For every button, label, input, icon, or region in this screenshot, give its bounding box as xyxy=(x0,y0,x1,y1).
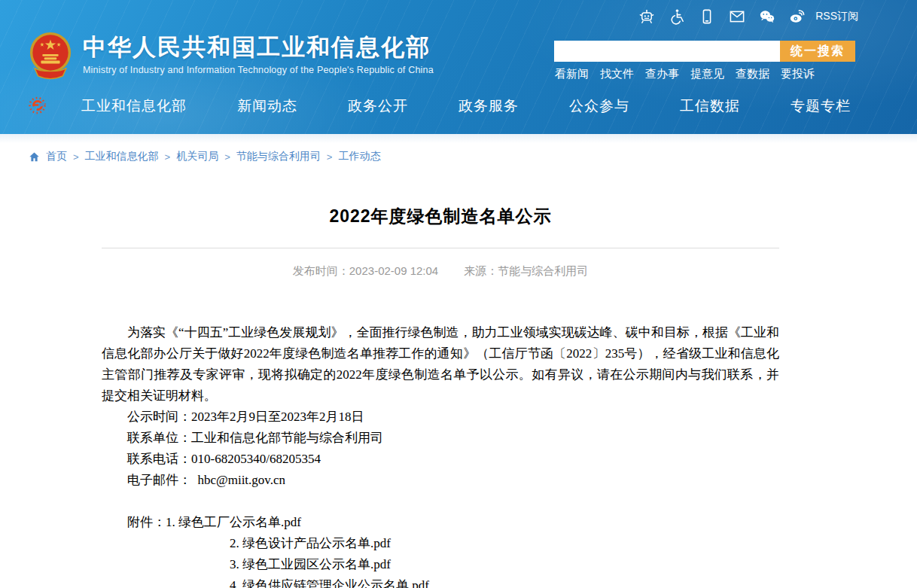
breadcrumb-miit[interactable]: 工业和信息化部 xyxy=(85,150,159,163)
site-header: RSS订阅 中华人民共和国工业和信息化部 Ministry of Industr… xyxy=(0,0,917,134)
attachment-row: 附件：1. 绿色工厂公示名单.pdf xyxy=(102,512,779,533)
accessibility-icon[interactable] xyxy=(668,8,686,26)
quick-link-news[interactable]: 看新闻 xyxy=(555,67,589,81)
site-logo-row: 中华人民共和国工业和信息化部 Ministry of Industry and … xyxy=(29,30,434,80)
breadcrumb-home[interactable]: 首页 xyxy=(46,150,67,163)
attachment-link-green-factory[interactable]: 1. 绿色工厂公示名单.pdf xyxy=(166,515,301,529)
topbar-icon-row: RSS订阅 xyxy=(638,6,858,27)
home-icon[interactable] xyxy=(29,151,40,163)
attachment-link-green-industrial-parks[interactable]: 3. 绿色工业园区公示名单.pdf xyxy=(230,557,391,571)
main-nav: 工业和信息化部 新闻动态 政务公开 政务服务 公众参与 工信数据 专题专栏 xyxy=(0,93,917,123)
attachments-list: 附件：1. 绿色工厂公示名单.pdf 2. 绿色设计产品公示名单.pdf 3. … xyxy=(102,512,779,588)
quick-links-row: 看新闻 找文件 查办事 提意见 查数据 要投诉 xyxy=(555,67,815,81)
publish-time: 2023-02-09 12:04 xyxy=(349,264,438,277)
nav-items: 工业和信息化部 新闻动态 政务公开 政务服务 公众参与 工信数据 专题专栏 xyxy=(81,93,851,119)
attachment-link-green-supply-chain[interactable]: 4. 绿色供应链管理企业公示名单.pdf xyxy=(230,578,429,588)
wechat-icon[interactable] xyxy=(758,8,776,26)
source-label: 来源： xyxy=(464,264,498,277)
breadcrumb-separator: > xyxy=(327,151,333,163)
attachment-row: 3. 绿色工业园区公示名单.pdf xyxy=(102,554,779,575)
header-shadow-strip xyxy=(0,134,917,143)
attachment-row: 4. 绿色供应链管理企业公示名单.pdf xyxy=(102,575,779,588)
attachment-link-green-design-products[interactable]: 2. 绿色设计产品公示名单.pdf xyxy=(230,536,391,550)
nav-item-public-participation[interactable]: 公众参与 xyxy=(569,96,629,116)
source-value: 节能与综合利用司 xyxy=(498,264,588,277)
title-divider xyxy=(102,248,779,248)
breadcrumb-separator: > xyxy=(224,151,230,163)
attachments-label: 附件： xyxy=(127,515,166,529)
breadcrumb-departments[interactable]: 机关司局 xyxy=(176,150,218,163)
contact-email-line: 电子邮件： hbc@miit.gov.cn xyxy=(102,470,779,491)
miit-gear-logo-icon xyxy=(27,95,48,116)
quick-link-services[interactable]: 查办事 xyxy=(645,67,679,81)
breadcrumb-work-updates[interactable]: 工作动态 xyxy=(338,150,380,163)
nav-item-miit[interactable]: 工业和信息化部 xyxy=(81,96,187,116)
notice-period-line: 公示时间：2023年2月9日至2023年2月18日 xyxy=(102,407,779,428)
breadcrumb-separator: > xyxy=(73,151,79,163)
article-paragraph: 为落实《“十四五”工业绿色发展规划》，全面推行绿色制造，助力工业领域实现碳达峰、… xyxy=(102,322,779,407)
breadcrumb: 首页 > 工业和信息化部 > 机关司局 > 节能与综合利用司 > 工作动态 xyxy=(29,149,917,164)
nav-item-news[interactable]: 新闻动态 xyxy=(237,96,297,116)
miit-webpage: { "header": { "icons": ["robot-icon", "a… xyxy=(0,0,917,588)
site-title: 中华人民共和国工业和信息化部 xyxy=(83,33,434,62)
mail-icon[interactable] xyxy=(728,8,746,26)
attachment-row: 2. 绿色设计产品公示名单.pdf xyxy=(102,533,779,554)
weibo-icon[interactable] xyxy=(788,8,806,26)
rss-subscribe-link[interactable]: RSS订阅 xyxy=(815,10,858,23)
robot-icon[interactable] xyxy=(638,8,656,26)
breadcrumb-separator: > xyxy=(165,151,171,163)
contact-unit-line: 联系单位：工业和信息化部节能与综合利用司 xyxy=(102,428,779,449)
quick-link-complaints[interactable]: 要投诉 xyxy=(781,67,815,81)
nav-item-industry-data[interactable]: 工信数据 xyxy=(680,96,740,116)
search-area: 统一搜索 xyxy=(554,41,855,62)
site-subtitle: Ministry of Industry and Information Tec… xyxy=(83,65,434,75)
breadcrumb-energy-dept[interactable]: 节能与综合利用司 xyxy=(236,150,321,163)
article-meta: 发布时间：2023-02-09 12:04来源：节能与综合利用司 xyxy=(102,264,779,279)
article-title: 2022年度绿色制造名单公示 xyxy=(102,205,779,228)
article: 2022年度绿色制造名单公示 发布时间：2023-02-09 12:04来源：节… xyxy=(102,205,779,588)
search-input[interactable] xyxy=(554,41,780,62)
quick-link-files[interactable]: 找文件 xyxy=(600,67,634,81)
nav-item-special-columns[interactable]: 专题专栏 xyxy=(791,96,851,116)
search-button[interactable]: 统一搜索 xyxy=(780,41,855,62)
article-body: 为落实《“十四五”工业绿色发展规划》，全面推行绿色制造，助力工业领域实现碳达峰、… xyxy=(102,322,779,588)
publish-time-label: 发布时间： xyxy=(293,264,349,277)
quick-link-data[interactable]: 查数据 xyxy=(736,67,769,81)
quick-link-opinions[interactable]: 提意见 xyxy=(690,67,724,81)
mobile-icon[interactable] xyxy=(698,8,716,26)
nav-item-gov-services[interactable]: 政务服务 xyxy=(458,96,519,116)
contact-phone-line: 联系电话：010-68205340/68205354 xyxy=(102,449,779,470)
national-emblem-icon xyxy=(29,30,72,80)
nav-item-gov-disclosure[interactable]: 政务公开 xyxy=(348,96,408,116)
site-title-block: 中华人民共和国工业和信息化部 Ministry of Industry and … xyxy=(83,30,434,75)
